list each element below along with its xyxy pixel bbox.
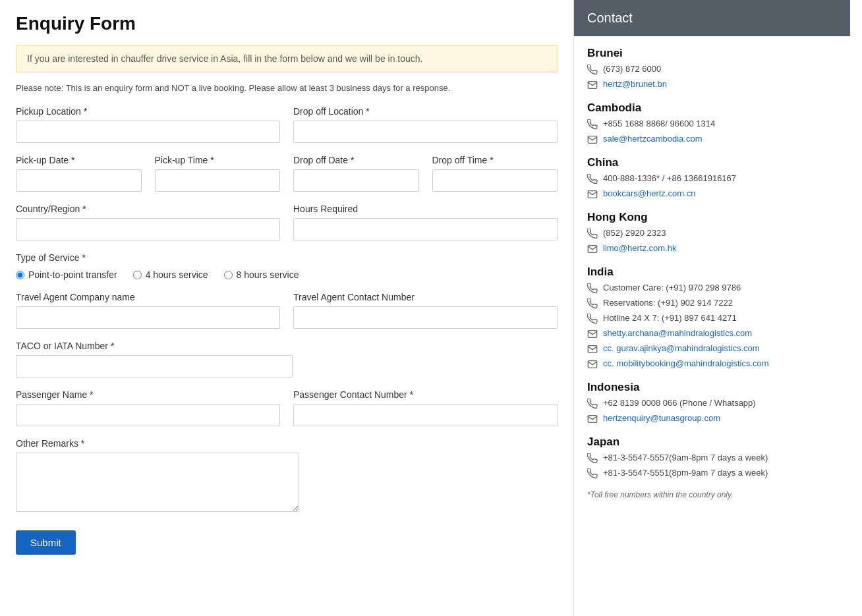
india-phone-text-1: Customer Care: (+91) 970 298 9786	[603, 283, 741, 293]
mail-icon	[587, 80, 598, 92]
service-option-point-to-point[interactable]: Point-to-point transfer	[16, 269, 117, 280]
other-remarks-input[interactable]	[16, 453, 299, 512]
indonesia-phone-text: +62 8139 0008 066 (Phone / Whatsapp)	[603, 398, 756, 408]
taco-iata-input[interactable]	[16, 355, 293, 378]
radio-eight-hours[interactable]	[224, 271, 233, 279]
phone-icon-japan-2	[587, 468, 598, 481]
country-name-india: India	[587, 266, 837, 279]
info-banner: If you are interested in chauffer drive …	[16, 45, 558, 72]
remarks-row: Other Remarks *	[16, 438, 558, 512]
taco-iata-group: TACO or IATA Number *	[16, 341, 293, 378]
china-email-link[interactable]: bookcars@hertz.com.cn	[603, 188, 695, 198]
contact-cambodia: Cambodia +855 1688 8868/ 96600 1314 sale…	[587, 101, 837, 147]
contact-sidebar: Contact Brunei (673) 872 6000 hertz@b	[573, 0, 850, 616]
sidebar-content: Brunei (673) 872 6000 hertz@brunet.bn	[574, 36, 850, 510]
country-name-indonesia: Indonesia	[587, 381, 837, 394]
travel-agent-contact-input[interactable]	[293, 306, 558, 329]
mail-icon-cambodia	[587, 134, 598, 147]
mail-icon-india-1	[587, 329, 598, 341]
hours-required-input[interactable]	[293, 218, 558, 240]
service-option-four-hours[interactable]: 4 hours service	[133, 269, 208, 280]
travel-agent-company-input[interactable]	[16, 306, 280, 329]
taco-row: TACO or IATA Number *	[16, 341, 558, 378]
hongkong-email-link[interactable]: limo@hertz.com.hk	[603, 243, 676, 253]
country-region-input[interactable]	[16, 218, 280, 240]
brunei-email: hertz@brunet.bn	[587, 79, 837, 92]
other-remarks-label: Other Remarks *	[16, 438, 299, 449]
india-email-1: shetty.archana@mahindralogistics.com	[587, 328, 837, 341]
contact-indonesia: Indonesia +62 8139 0008 066 (Phone / Wha…	[587, 381, 837, 426]
dropoff-location-input[interactable]	[293, 121, 558, 143]
india-email-link-2[interactable]: cc. gurav.ajinkya@mahindralogistics.com	[603, 343, 760, 353]
dropoff-date-label: Drop off Date *	[293, 155, 419, 165]
other-remarks-group: Other Remarks *	[16, 438, 299, 512]
india-email-link-1[interactable]: shetty.archana@mahindralogistics.com	[603, 328, 752, 338]
toll-free-note: *Toll free numbers within the country on…	[587, 490, 837, 499]
pickup-time-label: Pick-up Time *	[155, 155, 281, 165]
main-content: Enquiry Form If you are interested in ch…	[0, 0, 573, 616]
japan-phone-text-1: +81-3-5547-5557(9am-8pm 7 days a week)	[603, 453, 768, 462]
phone-icon-india-1	[587, 283, 598, 296]
passenger-contact-input[interactable]	[293, 404, 558, 426]
indonesia-email-link[interactable]: hertzenquiry@tunasgroup.com	[603, 413, 720, 423]
china-email: bookcars@hertz.com.cn	[587, 188, 837, 202]
japan-phone-1: +81-3-5547-5557(9am-8pm 7 days a week)	[587, 453, 837, 466]
passenger-name-label: Passenger Name *	[16, 389, 280, 400]
china-phone: 400-888-1336* / +86 13661916167	[587, 173, 837, 186]
country-hours-row: Country/Region * Hours Required	[16, 204, 558, 240]
dropoff-location-label: Drop off Location *	[293, 106, 558, 117]
hours-required-group: Hours Required	[293, 204, 558, 240]
pickup-date-input[interactable]	[16, 169, 142, 192]
cambodia-phone: +855 1688 8868/ 96600 1314	[587, 119, 837, 132]
country-name-brunei: Brunei	[587, 47, 837, 60]
brunei-email-link[interactable]: hertz@brunet.bn	[603, 79, 667, 89]
india-phone-2: Reservations: (+91) 902 914 7222	[587, 298, 837, 311]
taco-iata-label: TACO or IATA Number *	[16, 341, 293, 351]
pickup-location-input[interactable]	[16, 121, 280, 143]
japan-phone-2: +81-3-5547-5551(8pm-9am 7 days a week)	[587, 468, 837, 481]
pickup-date-label: Pick-up Date *	[16, 155, 142, 165]
passenger-name-input[interactable]	[16, 404, 280, 426]
hongkong-email: limo@hertz.com.hk	[587, 243, 837, 256]
passenger-contact-label: Passenger Contact Number *	[293, 389, 558, 400]
hongkong-phone: (852) 2920 2323	[587, 228, 837, 241]
dropoff-time-input[interactable]	[432, 169, 558, 192]
china-phone-text: 400-888-1336* / +86 13661916167	[603, 173, 736, 183]
dropoff-date-input[interactable]	[293, 169, 419, 192]
radio-four-hours[interactable]	[133, 271, 142, 279]
cambodia-email-link[interactable]: sale@hertzcambodia.com	[603, 134, 702, 144]
pickup-location-label: Pickup Location *	[16, 106, 280, 117]
pickup-time-input[interactable]	[155, 169, 281, 192]
contact-japan: Japan +81-3-5547-5557(9am-8pm 7 days a w…	[587, 435, 837, 481]
passenger-row: Passenger Name * Passenger Contact Numbe…	[16, 389, 558, 426]
radio-point-to-point[interactable]	[16, 271, 24, 279]
phone-icon-china	[587, 174, 598, 186]
dropoff-time-label: Drop off Time *	[432, 155, 558, 165]
phone-icon	[587, 65, 598, 77]
phone-icon-cambodia	[587, 119, 598, 132]
pickup-location-group: Pickup Location *	[16, 106, 280, 143]
india-email-link-3[interactable]: cc. mobilitybooking@mahindralogistics.co…	[603, 358, 769, 368]
dropoff-date-group: Drop off Date *	[293, 155, 419, 192]
contact-india: India Customer Care: (+91) 970 298 9786 …	[587, 266, 837, 372]
hours-required-label: Hours Required	[293, 204, 558, 214]
mail-icon-china	[587, 189, 598, 202]
travel-agent-company-group: Travel Agent Company name	[16, 292, 280, 329]
mail-icon-hongkong	[587, 244, 598, 256]
japan-phone-text-2: +81-3-5547-5551(8pm-9am 7 days a week)	[603, 468, 768, 478]
mail-icon-indonesia	[587, 414, 598, 426]
india-phone-text-2: Reservations: (+91) 902 914 7222	[603, 298, 733, 308]
pickup-date-group: Pick-up Date *	[16, 155, 142, 192]
passenger-name-group: Passenger Name *	[16, 389, 280, 426]
pickup-time-group: Pick-up Time *	[155, 155, 281, 192]
dropoff-location-group: Drop off Location *	[293, 106, 558, 143]
indonesia-phone: +62 8139 0008 066 (Phone / Whatsapp)	[587, 398, 837, 411]
sidebar-header: Contact	[574, 0, 850, 36]
passenger-contact-group: Passenger Contact Number *	[293, 389, 558, 426]
india-email-3: cc. mobilitybooking@mahindralogistics.co…	[587, 358, 837, 372]
service-type-section: Type of Service * Point-to-point transfe…	[16, 252, 558, 280]
phone-icon-indonesia	[587, 399, 598, 411]
hongkong-phone-text: (852) 2920 2323	[603, 228, 666, 238]
service-option-eight-hours[interactable]: 8 hours service	[224, 269, 299, 280]
submit-button[interactable]: Submit	[16, 530, 76, 555]
